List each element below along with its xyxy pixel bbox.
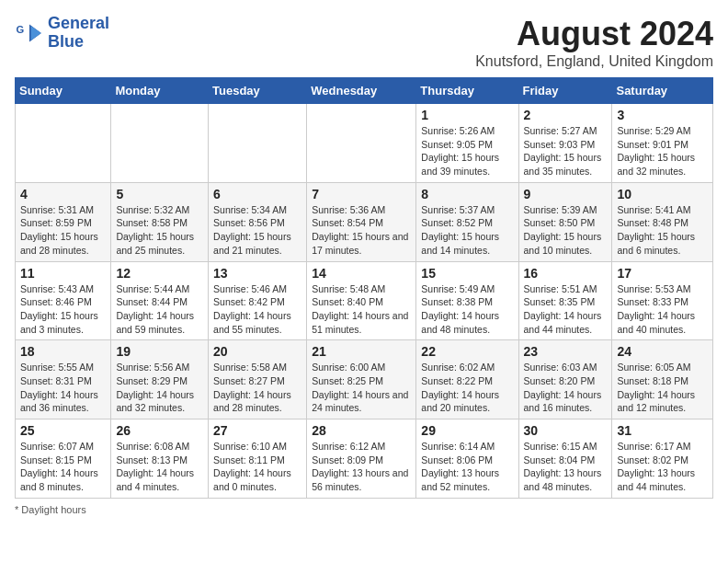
day-number: 4 xyxy=(20,187,106,201)
page-header: G General Blue August 2024 Knutsford, En… xyxy=(15,15,713,70)
day-number: 9 xyxy=(524,187,608,201)
calendar-header-row: SundayMondayTuesdayWednesdayThursdayFrid… xyxy=(16,78,713,104)
day-cell: 19 Sunrise: 5:56 AMSunset: 8:29 PMDaylig… xyxy=(111,340,209,419)
logo-line2: Blue xyxy=(48,33,109,52)
day-number: 28 xyxy=(312,423,411,438)
day-info: Sunrise: 6:12 AMSunset: 8:09 PMDaylight:… xyxy=(312,440,411,494)
day-info: Sunrise: 5:41 AMSunset: 8:48 PMDaylight:… xyxy=(617,203,708,258)
month-year: August 2024 xyxy=(475,15,713,53)
day-cell: 9 Sunrise: 5:39 AMSunset: 8:50 PMDayligh… xyxy=(518,182,612,261)
day-info: Sunrise: 5:32 AMSunset: 8:58 PMDaylight:… xyxy=(116,203,203,258)
footer-note-text: Daylight hours xyxy=(21,504,85,515)
day-number: 16 xyxy=(524,266,608,281)
day-number: 31 xyxy=(617,423,708,438)
day-info: Sunrise: 6:02 AMSunset: 8:22 PMDaylight:… xyxy=(421,361,513,415)
day-cell: 8 Sunrise: 5:37 AMSunset: 8:52 PMDayligh… xyxy=(416,182,518,261)
day-number: 22 xyxy=(421,344,513,359)
day-info: Sunrise: 5:51 AMSunset: 8:35 PMDaylight:… xyxy=(524,282,608,337)
day-info: Sunrise: 6:00 AMSunset: 8:25 PMDaylight:… xyxy=(312,361,411,415)
day-number: 14 xyxy=(312,266,411,281)
day-number: 2 xyxy=(524,108,608,122)
day-cell: 26 Sunrise: 6:08 AMSunset: 8:13 PMDaylig… xyxy=(111,419,209,499)
day-info: Sunrise: 5:53 AMSunset: 8:33 PMDaylight:… xyxy=(617,282,708,337)
day-info: Sunrise: 5:27 AMSunset: 9:03 PMDaylight:… xyxy=(524,124,608,178)
day-number: 5 xyxy=(116,187,203,201)
day-info: Sunrise: 5:49 AMSunset: 8:38 PMDaylight:… xyxy=(421,282,513,337)
week-row-2: 4 Sunrise: 5:31 AMSunset: 8:59 PMDayligh… xyxy=(16,182,713,261)
footer-note: * Daylight hours xyxy=(15,504,713,515)
day-cell: 12 Sunrise: 5:44 AMSunset: 8:44 PMDaylig… xyxy=(111,261,209,340)
day-number: 12 xyxy=(116,266,203,281)
col-header-friday: Friday xyxy=(518,78,612,104)
day-number: 15 xyxy=(421,266,513,281)
day-cell: 15 Sunrise: 5:49 AMSunset: 8:38 PMDaylig… xyxy=(416,261,518,340)
day-info: Sunrise: 6:03 AMSunset: 8:20 PMDaylight:… xyxy=(524,361,608,415)
svg-text:G: G xyxy=(17,24,25,35)
day-info: Sunrise: 5:46 AMSunset: 8:42 PMDaylight:… xyxy=(213,282,301,337)
day-number: 24 xyxy=(617,344,708,359)
day-cell: 7 Sunrise: 5:36 AMSunset: 8:54 PMDayligh… xyxy=(307,182,416,261)
day-cell: 14 Sunrise: 5:48 AMSunset: 8:40 PMDaylig… xyxy=(307,261,416,340)
day-number: 18 xyxy=(20,344,106,359)
day-cell: 21 Sunrise: 6:00 AMSunset: 8:25 PMDaylig… xyxy=(307,340,416,419)
day-info: Sunrise: 5:31 AMSunset: 8:59 PMDaylight:… xyxy=(20,203,106,258)
day-cell: 29 Sunrise: 6:14 AMSunset: 8:06 PMDaylig… xyxy=(416,419,518,499)
day-cell: 25 Sunrise: 6:07 AMSunset: 8:15 PMDaylig… xyxy=(16,419,111,499)
day-cell: 11 Sunrise: 5:43 AMSunset: 8:46 PMDaylig… xyxy=(16,261,111,340)
day-cell: 23 Sunrise: 6:03 AMSunset: 8:20 PMDaylig… xyxy=(518,340,612,419)
day-number: 19 xyxy=(116,344,203,359)
day-cell: 22 Sunrise: 6:02 AMSunset: 8:22 PMDaylig… xyxy=(416,340,518,419)
col-header-thursday: Thursday xyxy=(416,78,518,104)
day-number: 10 xyxy=(617,187,708,201)
day-info: Sunrise: 5:55 AMSunset: 8:31 PMDaylight:… xyxy=(20,361,106,415)
col-header-monday: Monday xyxy=(111,78,209,104)
day-number: 23 xyxy=(524,344,608,359)
day-number: 11 xyxy=(20,266,106,281)
location: Knutsford, England, United Kingdom xyxy=(475,53,713,70)
day-cell: 17 Sunrise: 5:53 AMSunset: 8:33 PMDaylig… xyxy=(612,261,713,340)
col-header-tuesday: Tuesday xyxy=(209,78,307,104)
col-header-sunday: Sunday xyxy=(16,78,111,104)
day-cell: 30 Sunrise: 6:15 AMSunset: 8:04 PMDaylig… xyxy=(518,419,612,499)
day-cell xyxy=(209,104,307,183)
day-info: Sunrise: 5:56 AMSunset: 8:29 PMDaylight:… xyxy=(116,361,203,415)
day-cell xyxy=(307,104,416,183)
calendar-body: 1 Sunrise: 5:26 AMSunset: 9:05 PMDayligh… xyxy=(16,104,713,499)
day-cell: 24 Sunrise: 6:05 AMSunset: 8:18 PMDaylig… xyxy=(612,340,713,419)
day-cell: 2 Sunrise: 5:27 AMSunset: 9:03 PMDayligh… xyxy=(518,104,612,183)
day-cell: 13 Sunrise: 5:46 AMSunset: 8:42 PMDaylig… xyxy=(209,261,307,340)
day-info: Sunrise: 6:05 AMSunset: 8:18 PMDaylight:… xyxy=(617,361,708,415)
day-number: 25 xyxy=(20,423,106,438)
day-number: 13 xyxy=(213,266,301,281)
day-info: Sunrise: 5:48 AMSunset: 8:40 PMDaylight:… xyxy=(312,282,411,337)
day-info: Sunrise: 5:34 AMSunset: 8:56 PMDaylight:… xyxy=(213,203,301,258)
day-number: 30 xyxy=(524,423,608,438)
day-cell: 16 Sunrise: 5:51 AMSunset: 8:35 PMDaylig… xyxy=(518,261,612,340)
day-number: 7 xyxy=(312,187,411,201)
day-cell: 1 Sunrise: 5:26 AMSunset: 9:05 PMDayligh… xyxy=(416,104,518,183)
day-number: 3 xyxy=(617,108,708,122)
day-info: Sunrise: 6:08 AMSunset: 8:13 PMDaylight:… xyxy=(116,440,203,494)
day-number: 27 xyxy=(213,423,301,438)
day-info: Sunrise: 5:43 AMSunset: 8:46 PMDaylight:… xyxy=(20,282,106,337)
day-number: 20 xyxy=(213,344,301,359)
day-cell: 3 Sunrise: 5:29 AMSunset: 9:01 PMDayligh… xyxy=(612,104,713,183)
day-info: Sunrise: 5:36 AMSunset: 8:54 PMDaylight:… xyxy=(312,203,411,258)
title-section: August 2024 Knutsford, England, United K… xyxy=(475,15,713,70)
day-info: Sunrise: 5:44 AMSunset: 8:44 PMDaylight:… xyxy=(116,282,203,337)
day-info: Sunrise: 5:37 AMSunset: 8:52 PMDaylight:… xyxy=(421,203,513,258)
day-cell: 4 Sunrise: 5:31 AMSunset: 8:59 PMDayligh… xyxy=(16,182,111,261)
logo-text: General Blue xyxy=(48,15,109,52)
day-info: Sunrise: 6:17 AMSunset: 8:02 PMDaylight:… xyxy=(617,440,708,494)
day-cell xyxy=(111,104,209,183)
day-number: 26 xyxy=(116,423,203,438)
day-info: Sunrise: 5:26 AMSunset: 9:05 PMDaylight:… xyxy=(421,124,513,178)
day-info: Sunrise: 6:14 AMSunset: 8:06 PMDaylight:… xyxy=(421,440,513,494)
logo-line1: General xyxy=(48,15,109,33)
day-cell: 31 Sunrise: 6:17 AMSunset: 8:02 PMDaylig… xyxy=(612,419,713,499)
day-number: 8 xyxy=(421,187,513,201)
day-info: Sunrise: 6:10 AMSunset: 8:11 PMDaylight:… xyxy=(213,440,301,494)
day-number: 6 xyxy=(213,187,301,201)
day-cell: 20 Sunrise: 5:58 AMSunset: 8:27 PMDaylig… xyxy=(209,340,307,419)
svg-marker-2 xyxy=(31,26,41,40)
